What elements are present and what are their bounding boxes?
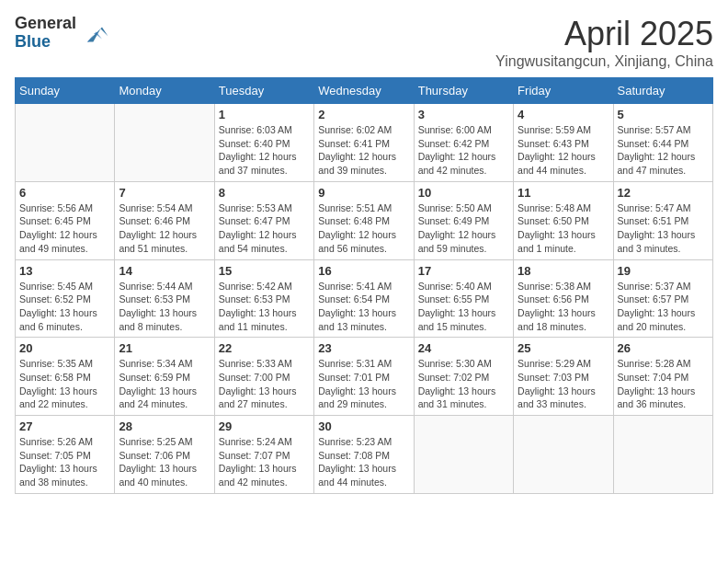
calendar-cell — [613, 416, 712, 494]
calendar-cell: 10Sunrise: 5:50 AM Sunset: 6:49 PM Dayli… — [414, 181, 513, 259]
calendar-cell: 20Sunrise: 5:35 AM Sunset: 6:58 PM Dayli… — [16, 338, 115, 416]
calendar-cell: 23Sunrise: 5:31 AM Sunset: 7:01 PM Dayli… — [314, 338, 414, 416]
day-info: Sunrise: 6:00 AM Sunset: 6:42 PM Dayligh… — [418, 123, 509, 178]
title-block: April 2025 Yingwusitangcun, Xinjiang, Ch… — [495, 15, 713, 70]
location-title: Yingwusitangcun, Xinjiang, China — [495, 53, 713, 70]
day-info: Sunrise: 5:51 AM Sunset: 6:48 PM Dayligh… — [318, 201, 409, 256]
day-info: Sunrise: 5:47 AM Sunset: 6:51 PM Dayligh… — [618, 201, 709, 256]
calendar-cell: 27Sunrise: 5:26 AM Sunset: 7:05 PM Dayli… — [16, 416, 115, 494]
day-info: Sunrise: 5:30 AM Sunset: 7:02 PM Dayligh… — [418, 357, 509, 411]
day-number: 9 — [318, 186, 409, 200]
day-info: Sunrise: 5:54 AM Sunset: 6:46 PM Dayligh… — [119, 201, 210, 256]
calendar-cell — [16, 104, 115, 182]
day-number: 14 — [119, 264, 210, 278]
day-number: 30 — [318, 419, 409, 433]
day-of-week-wednesday: Wednesday — [314, 78, 414, 104]
day-info: Sunrise: 5:35 AM Sunset: 6:58 PM Dayligh… — [19, 357, 110, 411]
calendar-cell: 6Sunrise: 5:56 AM Sunset: 6:45 PM Daylig… — [16, 181, 115, 259]
day-number: 13 — [19, 264, 110, 278]
day-of-week-saturday: Saturday — [613, 78, 712, 104]
day-info: Sunrise: 5:33 AM Sunset: 7:00 PM Dayligh… — [219, 357, 310, 411]
day-info: Sunrise: 5:31 AM Sunset: 7:01 PM Dayligh… — [318, 357, 409, 411]
day-of-week-tuesday: Tuesday — [214, 78, 313, 104]
day-number: 19 — [618, 264, 709, 278]
calendar-cell: 7Sunrise: 5:54 AM Sunset: 6:46 PM Daylig… — [115, 181, 214, 259]
day-number: 1 — [219, 108, 310, 121]
day-number: 25 — [518, 341, 609, 355]
day-info: Sunrise: 5:23 AM Sunset: 7:08 PM Dayligh… — [318, 435, 409, 489]
day-number: 6 — [19, 186, 110, 200]
calendar-cell: 11Sunrise: 5:48 AM Sunset: 6:50 PM Dayli… — [514, 181, 613, 259]
calendar-cell: 24Sunrise: 5:30 AM Sunset: 7:02 PM Dayli… — [414, 338, 513, 416]
calendar-cell: 2Sunrise: 6:02 AM Sunset: 6:41 PM Daylig… — [314, 104, 414, 182]
calendar-cell: 25Sunrise: 5:29 AM Sunset: 7:03 PM Dayli… — [514, 338, 613, 416]
day-info: Sunrise: 5:26 AM Sunset: 7:05 PM Dayligh… — [19, 435, 110, 489]
day-info: Sunrise: 5:57 AM Sunset: 6:44 PM Dayligh… — [618, 123, 709, 178]
day-info: Sunrise: 5:37 AM Sunset: 6:57 PM Dayligh… — [618, 280, 709, 334]
day-info: Sunrise: 5:38 AM Sunset: 6:56 PM Dayligh… — [518, 280, 609, 334]
calendar-cell: 22Sunrise: 5:33 AM Sunset: 7:00 PM Dayli… — [214, 338, 313, 416]
logo-blue: Blue — [15, 32, 51, 51]
calendar-cell: 19Sunrise: 5:37 AM Sunset: 6:57 PM Dayli… — [613, 259, 712, 338]
day-number: 22 — [219, 341, 310, 355]
calendar-cell: 3Sunrise: 6:00 AM Sunset: 6:42 PM Daylig… — [414, 104, 513, 182]
calendar-cell — [414, 416, 513, 494]
day-of-week-friday: Friday — [514, 78, 613, 104]
day-info: Sunrise: 5:50 AM Sunset: 6:49 PM Dayligh… — [418, 201, 509, 256]
calendar-cell: 30Sunrise: 5:23 AM Sunset: 7:08 PM Dayli… — [314, 416, 414, 494]
day-info: Sunrise: 5:59 AM Sunset: 6:43 PM Dayligh… — [518, 123, 609, 178]
day-info: Sunrise: 5:34 AM Sunset: 6:59 PM Dayligh… — [119, 357, 210, 411]
page-header: General Blue April 2025 Yingwusitangcun,… — [15, 15, 713, 70]
calendar-cell: 5Sunrise: 5:57 AM Sunset: 6:44 PM Daylig… — [613, 104, 712, 182]
day-number: 18 — [518, 264, 609, 278]
day-info: Sunrise: 5:56 AM Sunset: 6:45 PM Dayligh… — [19, 201, 110, 256]
calendar-table: SundayMondayTuesdayWednesdayThursdayFrid… — [15, 77, 713, 494]
day-info: Sunrise: 5:45 AM Sunset: 6:52 PM Dayligh… — [19, 280, 110, 334]
day-number: 3 — [418, 108, 509, 121]
day-info: Sunrise: 5:29 AM Sunset: 7:03 PM Dayligh… — [518, 357, 609, 411]
day-info: Sunrise: 6:02 AM Sunset: 6:41 PM Dayligh… — [318, 123, 409, 178]
day-info: Sunrise: 5:41 AM Sunset: 6:54 PM Dayligh… — [318, 280, 409, 334]
day-info: Sunrise: 5:28 AM Sunset: 7:04 PM Dayligh… — [618, 357, 709, 411]
day-number: 10 — [418, 186, 509, 200]
calendar-cell: 12Sunrise: 5:47 AM Sunset: 6:51 PM Dayli… — [613, 181, 712, 259]
day-info: Sunrise: 6:03 AM Sunset: 6:40 PM Dayligh… — [219, 123, 310, 178]
day-number: 8 — [219, 186, 310, 200]
day-number: 16 — [318, 264, 409, 278]
month-title: April 2025 — [495, 15, 713, 53]
day-number: 29 — [219, 419, 310, 433]
day-of-week-sunday: Sunday — [16, 78, 115, 104]
logo-general: General — [15, 14, 76, 32]
calendar-cell: 17Sunrise: 5:40 AM Sunset: 6:55 PM Dayli… — [414, 259, 513, 338]
day-info: Sunrise: 5:48 AM Sunset: 6:50 PM Dayligh… — [518, 201, 609, 256]
day-info: Sunrise: 5:25 AM Sunset: 7:06 PM Dayligh… — [119, 435, 210, 489]
day-info: Sunrise: 5:42 AM Sunset: 6:53 PM Dayligh… — [219, 280, 310, 334]
day-number: 7 — [119, 186, 210, 200]
logo-icon — [80, 18, 109, 48]
day-number: 24 — [418, 341, 509, 355]
calendar-cell: 15Sunrise: 5:42 AM Sunset: 6:53 PM Dayli… — [214, 259, 313, 338]
day-number: 21 — [119, 341, 210, 355]
day-number: 15 — [219, 264, 310, 278]
day-info: Sunrise: 5:40 AM Sunset: 6:55 PM Dayligh… — [418, 280, 509, 334]
day-number: 5 — [618, 108, 709, 121]
calendar-cell — [514, 416, 613, 494]
day-number: 26 — [618, 341, 709, 355]
calendar-cell: 14Sunrise: 5:44 AM Sunset: 6:53 PM Dayli… — [115, 259, 214, 338]
calendar-cell — [115, 104, 214, 182]
day-number: 28 — [119, 419, 210, 433]
calendar-cell: 28Sunrise: 5:25 AM Sunset: 7:06 PM Dayli… — [115, 416, 214, 494]
calendar-cell: 9Sunrise: 5:51 AM Sunset: 6:48 PM Daylig… — [314, 181, 414, 259]
logo: General Blue — [15, 15, 109, 52]
day-number: 27 — [19, 419, 110, 433]
day-number: 23 — [318, 341, 409, 355]
day-info: Sunrise: 5:24 AM Sunset: 7:07 PM Dayligh… — [219, 435, 310, 489]
calendar-cell: 13Sunrise: 5:45 AM Sunset: 6:52 PM Dayli… — [16, 259, 115, 338]
calendar-cell: 26Sunrise: 5:28 AM Sunset: 7:04 PM Dayli… — [613, 338, 712, 416]
day-number: 11 — [518, 186, 609, 200]
calendar-cell: 29Sunrise: 5:24 AM Sunset: 7:07 PM Dayli… — [214, 416, 313, 494]
day-number: 20 — [19, 341, 110, 355]
calendar-cell: 8Sunrise: 5:53 AM Sunset: 6:47 PM Daylig… — [214, 181, 313, 259]
calendar-cell: 1Sunrise: 6:03 AM Sunset: 6:40 PM Daylig… — [214, 104, 313, 182]
day-number: 12 — [618, 186, 709, 200]
